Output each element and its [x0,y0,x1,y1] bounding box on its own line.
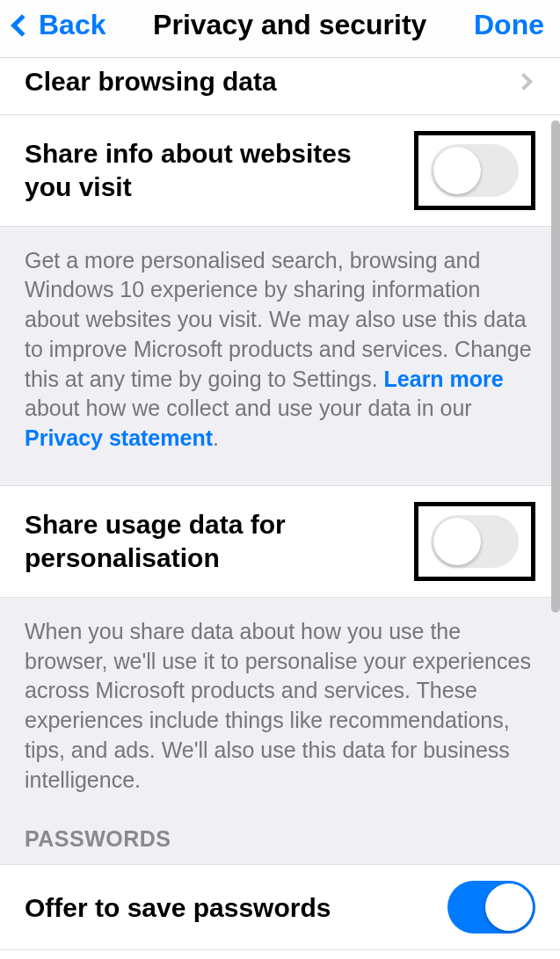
share-sites-highlight-box [414,131,535,210]
back-label: Back [39,9,106,41]
share-sites-desc-period: . [213,425,219,450]
share-usage-label: Share usage data for personalisation [25,508,414,574]
toggle-knob [485,883,533,931]
share-sites-desc-mid: about how we collect and use your data i… [25,396,472,420]
privacy-statement-link[interactable]: Privacy statement [25,425,213,450]
navigation-bar: Back Privacy and security Done [0,0,560,58]
offer-save-passwords-row: Offer to save passwords [0,864,560,950]
saved-passwords-row[interactable]: Saved passwords [0,950,560,959]
share-usage-row: Share usage data for personalisation [0,485,560,598]
toggle-knob [433,147,481,194]
share-sites-toggle[interactable] [431,144,519,197]
share-sites-row: Share info about websites you visit [0,115,560,227]
passwords-section-header: PASSWORDS [0,826,560,864]
share-sites-description: Get a more personalised search, browsing… [0,227,560,485]
offer-save-passwords-label: Offer to save passwords [25,891,346,925]
chevron-left-icon [11,14,33,36]
page-title: Privacy and security [106,9,475,41]
toggle-knob [433,518,481,565]
back-button[interactable]: Back [9,9,106,41]
done-button[interactable]: Done [474,9,544,41]
share-usage-toggle[interactable] [431,515,519,568]
clear-browsing-data-row[interactable]: Clear browsing data [0,58,560,115]
share-sites-label: Share info about websites you visit [25,137,414,203]
clear-browsing-data-label: Clear browsing data [25,65,293,98]
offer-save-passwords-toggle[interactable] [447,881,535,934]
share-usage-description: When you share data about how you use th… [0,598,560,827]
learn-more-link[interactable]: Learn more [384,367,504,391]
share-usage-highlight-box [414,502,535,581]
chevron-right-icon [515,73,533,91]
scrollbar[interactable] [551,120,560,613]
